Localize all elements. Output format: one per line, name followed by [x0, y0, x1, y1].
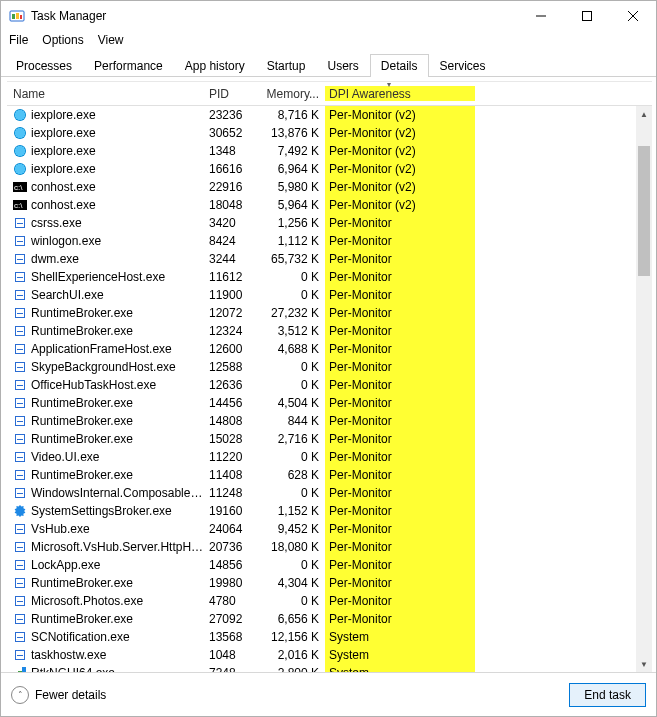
process-dpi: Per-Monitor (v2): [325, 196, 475, 214]
footer: ˄ Fewer details End task: [1, 672, 656, 716]
menu-file[interactable]: File: [9, 33, 28, 47]
process-name: RuntimeBroker.exe: [31, 324, 133, 338]
process-name: RuntimeBroker.exe: [31, 432, 133, 446]
tab-processes[interactable]: Processes: [5, 54, 83, 77]
process-dpi: Per-Monitor: [325, 376, 475, 394]
table-row[interactable]: winlogon.exe84241,112 KPer-Monitor: [7, 232, 652, 250]
process-name: RuntimeBroker.exe: [31, 306, 133, 320]
process-name: OfficeHubTaskHost.exe: [31, 378, 156, 392]
process-pid: 20736: [207, 540, 261, 554]
table-row[interactable]: iexplore.exe232368,716 KPer-Monitor (v2): [7, 106, 652, 124]
table-row[interactable]: RuntimeBroker.exe150282,716 KPer-Monitor: [7, 430, 652, 448]
process-dpi: Per-Monitor: [325, 214, 475, 232]
table-row[interactable]: ShellExperienceHost.exe116120 KPer-Monit…: [7, 268, 652, 286]
header-name[interactable]: Name: [7, 87, 207, 101]
gen-icon: [13, 558, 27, 572]
process-dpi: Per-Monitor: [325, 304, 475, 322]
header-pid[interactable]: PID: [207, 87, 261, 101]
process-name: Video.UI.exe: [31, 450, 100, 464]
table-row[interactable]: SCNotification.exe1356812,156 KSystem: [7, 628, 652, 646]
process-pid: 14856: [207, 558, 261, 572]
table-row[interactable]: dwm.exe324465,732 KPer-Monitor: [7, 250, 652, 268]
table-row[interactable]: RuntimeBroker.exe123243,512 KPer-Monitor: [7, 322, 652, 340]
table-row[interactable]: SearchUI.exe119000 KPer-Monitor: [7, 286, 652, 304]
table-row[interactable]: taskhostw.exe10482,016 KSystem: [7, 646, 652, 664]
process-memory: 2,800 K: [261, 666, 325, 672]
process-dpi: System: [325, 628, 475, 646]
process-pid: 14456: [207, 396, 261, 410]
process-name: RuntimeBroker.exe: [31, 396, 133, 410]
menu-options[interactable]: Options: [42, 33, 83, 47]
process-dpi: Per-Monitor (v2): [325, 178, 475, 196]
process-name: LockApp.exe: [31, 558, 100, 572]
maximize-button[interactable]: [564, 1, 610, 31]
process-name: csrss.exe: [31, 216, 82, 230]
process-pid: 11408: [207, 468, 261, 482]
tab-strip: ProcessesPerformanceApp historyStartupUs…: [1, 53, 656, 77]
scroll-down-button[interactable]: ▼: [636, 656, 652, 672]
process-pid: 18048: [207, 198, 261, 212]
tab-details[interactable]: Details: [370, 54, 429, 77]
process-grid: iexplore.exe232368,716 KPer-Monitor (v2)…: [7, 106, 652, 672]
end-task-button[interactable]: End task: [569, 683, 646, 707]
table-row[interactable]: Microsoft.Photos.exe47800 KPer-Monitor: [7, 592, 652, 610]
table-row[interactable]: Video.UI.exe112200 KPer-Monitor: [7, 448, 652, 466]
fewer-details-button[interactable]: ˄ Fewer details: [11, 686, 106, 704]
table-row[interactable]: SkypeBackgroundHost.exe125880 KPer-Monit…: [7, 358, 652, 376]
minimize-button[interactable]: [518, 1, 564, 31]
gen-icon: [13, 252, 27, 266]
process-name: conhost.exe: [31, 180, 96, 194]
scroll-up-button[interactable]: ▲: [636, 106, 652, 122]
process-dpi: Per-Monitor: [325, 574, 475, 592]
gen-icon: [13, 576, 27, 590]
table-row[interactable]: OfficeHubTaskHost.exe126360 KPer-Monitor: [7, 376, 652, 394]
process-name: ShellExperienceHost.exe: [31, 270, 165, 284]
table-row[interactable]: SystemSettingsBroker.exe191601,152 KPer-…: [7, 502, 652, 520]
process-memory: 7,492 K: [261, 144, 325, 158]
scroll-thumb[interactable]: [638, 146, 650, 276]
table-row[interactable]: c:\conhost.exe229165,980 KPer-Monitor (v…: [7, 178, 652, 196]
ie-icon: [13, 144, 27, 158]
table-row[interactable]: RuntimeBroker.exe144564,504 KPer-Monitor: [7, 394, 652, 412]
table-row[interactable]: RuntimeBroker.exe199804,304 KPer-Monitor: [7, 574, 652, 592]
process-dpi: Per-Monitor: [325, 448, 475, 466]
process-memory: 12,156 K: [261, 630, 325, 644]
table-row[interactable]: RuntimeBroker.exe14808844 KPer-Monitor: [7, 412, 652, 430]
tab-users[interactable]: Users: [316, 54, 369, 77]
header-memory[interactable]: Memory...: [261, 87, 325, 101]
process-pid: 12636: [207, 378, 261, 392]
ie-icon: [13, 108, 27, 122]
gen-icon: [13, 468, 27, 482]
table-row[interactable]: LockApp.exe148560 KPer-Monitor: [7, 556, 652, 574]
close-button[interactable]: [610, 1, 656, 31]
gen-icon: [13, 612, 27, 626]
process-pid: 1348: [207, 144, 261, 158]
table-row[interactable]: Microsoft.VsHub.Server.HttpHost...207361…: [7, 538, 652, 556]
menu-bar: File Options View: [1, 31, 656, 53]
tab-services[interactable]: Services: [429, 54, 497, 77]
menu-view[interactable]: View: [98, 33, 124, 47]
table-row[interactable]: csrss.exe34201,256 KPer-Monitor: [7, 214, 652, 232]
table-row[interactable]: VsHub.exe240649,452 KPer-Monitor: [7, 520, 652, 538]
table-row[interactable]: iexplore.exe13487,492 KPer-Monitor (v2): [7, 142, 652, 160]
tab-performance[interactable]: Performance: [83, 54, 174, 77]
table-row[interactable]: ApplicationFrameHost.exe126004,688 KPer-…: [7, 340, 652, 358]
table-row[interactable]: RuntimeBroker.exe1207227,232 KPer-Monito…: [7, 304, 652, 322]
table-row[interactable]: c:\conhost.exe180485,964 KPer-Monitor (v…: [7, 196, 652, 214]
process-name: RuntimeBroker.exe: [31, 576, 133, 590]
tab-app-history[interactable]: App history: [174, 54, 256, 77]
process-pid: 11220: [207, 450, 261, 464]
process-memory: 27,232 K: [261, 306, 325, 320]
table-row[interactable]: iexplore.exe166166,964 KPer-Monitor (v2): [7, 160, 652, 178]
process-pid: 19160: [207, 504, 261, 518]
vertical-scrollbar[interactable]: ▲ ▼: [636, 106, 652, 672]
header-dpi[interactable]: DPI Awareness: [325, 86, 475, 101]
process-memory: 0 K: [261, 450, 325, 464]
app-icon: [9, 8, 25, 24]
tab-startup[interactable]: Startup: [256, 54, 317, 77]
table-row[interactable]: iexplore.exe3065213,876 KPer-Monitor (v2…: [7, 124, 652, 142]
table-row[interactable]: RtkNGUI64.exe73482,800 KSystem: [7, 664, 652, 672]
table-row[interactable]: RuntimeBroker.exe11408628 KPer-Monitor: [7, 466, 652, 484]
table-row[interactable]: RuntimeBroker.exe270926,656 KPer-Monitor: [7, 610, 652, 628]
table-row[interactable]: WindowsInternal.ComposableShell...112480…: [7, 484, 652, 502]
